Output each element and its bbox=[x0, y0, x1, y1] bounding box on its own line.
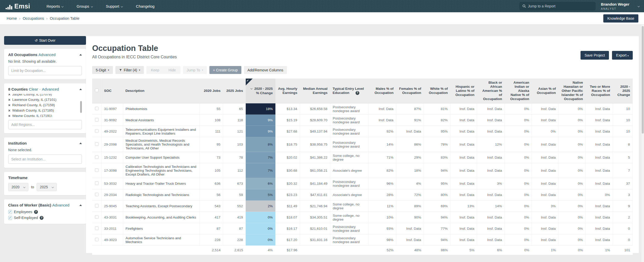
nav-item-support[interactable]: Support bbox=[106, 4, 123, 8]
limit-by-occupation-input[interactable] bbox=[8, 66, 82, 75]
jump-to-dropdown[interactable]: Jump To▾ bbox=[183, 66, 207, 74]
breadcrumb-occupations[interactable]: Occupations bbox=[23, 16, 44, 20]
help-icon[interactable]: ? bbox=[40, 216, 44, 220]
row-checkbox[interactable] bbox=[95, 168, 99, 172]
select-all-checkbox[interactable] bbox=[95, 89, 99, 92]
cell-females: 86% bbox=[396, 137, 424, 152]
cell-jobs2025: 65 bbox=[223, 103, 246, 115]
column-header-education[interactable]: Typical Entry Level Education? bbox=[330, 79, 369, 103]
column-header-asian[interactable]: Asian % of Occupation bbox=[532, 79, 559, 103]
row-checkbox[interactable] bbox=[95, 238, 99, 241]
self-employed-checkbox[interactable]: ✓ bbox=[8, 216, 12, 220]
column-header-males[interactable]: Males % of Occupation bbox=[369, 79, 396, 103]
row-checkbox[interactable] bbox=[95, 155, 99, 159]
page-scrollbar[interactable] bbox=[641, 25, 644, 262]
remove-region-icon[interactable]: × bbox=[8, 98, 10, 102]
regions-advanced-link[interactable]: Advanced bbox=[42, 87, 59, 91]
page: Emsi ReportsGroupsSupportChangelog Brand… bbox=[0, 0, 644, 262]
cell-pct_change: 0% bbox=[246, 234, 275, 246]
region-label: Wayne County, IL (17191) bbox=[12, 114, 52, 117]
emsi-logo[interactable]: Emsi bbox=[6, 3, 30, 9]
column-header-two_more[interactable]: Two or More Races % of Occupation bbox=[586, 79, 613, 103]
collapse-caret-icon[interactable] bbox=[79, 89, 82, 90]
column-header-avg_hourly[interactable]: Avg. Hourly Earnings bbox=[275, 79, 300, 103]
cell-hispanic: Insf. Data bbox=[450, 223, 477, 234]
region-list-scrollbar[interactable] bbox=[80, 101, 82, 113]
row-checkbox[interactable] bbox=[95, 142, 99, 146]
employees-checkbox[interactable]: ✓ bbox=[8, 210, 12, 214]
row-checkbox[interactable] bbox=[95, 118, 99, 122]
remove-region-icon[interactable]: × bbox=[8, 114, 10, 117]
column-header-jobs2025[interactable]: 2025 Jobs bbox=[223, 79, 246, 103]
cell-females: 89% bbox=[396, 201, 424, 212]
page-scrollbar-thumb[interactable] bbox=[642, 26, 644, 134]
cell-males: Insf. Data bbox=[369, 103, 396, 115]
collapse-caret-icon[interactable] bbox=[79, 143, 82, 144]
timeframe-title: Timeframe bbox=[8, 176, 28, 180]
region-list[interactable]: ×Jasper County, IL (17079)×Lawrence Coun… bbox=[8, 94, 82, 117]
export-button[interactable]: Export ▾ bbox=[612, 51, 633, 60]
column-header-females[interactable]: Females % of Occupation bbox=[396, 79, 424, 103]
occupations-advanced-link[interactable]: Advanced bbox=[38, 52, 56, 57]
column-header-soc[interactable]: SOC bbox=[101, 79, 123, 103]
timeframe-start-select[interactable]: 2020 bbox=[8, 183, 28, 191]
cell-males: 92% bbox=[369, 126, 396, 137]
save-project-button[interactable]: Save Project bbox=[581, 51, 609, 60]
table-row: 31-9097Phlebotomists556518%$13.34$26,658… bbox=[92, 103, 633, 115]
cell-soc: 53-3032 bbox=[101, 178, 123, 189]
row-checkbox[interactable] bbox=[95, 181, 99, 185]
filter-dropdown[interactable]: Filter (4)▾ bbox=[115, 66, 144, 74]
cell-desc: Teaching Assistants, Except Postsecondar… bbox=[123, 201, 200, 212]
occupations-filter-card: All Occupations Advanced No limit. Showi… bbox=[4, 49, 86, 79]
row-checkbox[interactable] bbox=[95, 129, 99, 133]
column-header-desc[interactable]: Description bbox=[123, 79, 200, 103]
remove-region-icon[interactable]: × bbox=[8, 103, 10, 107]
row-checkbox[interactable] bbox=[95, 107, 99, 110]
help-icon[interactable]: ? bbox=[34, 210, 38, 214]
column-header-white[interactable]: White % of Occupation bbox=[424, 79, 450, 103]
total-median_annual bbox=[300, 246, 330, 255]
cell-change: 10 bbox=[613, 103, 633, 115]
row-checkbox[interactable] bbox=[95, 215, 99, 219]
table-row: 53-3032Heavy and Tractor-Trailer Truck D… bbox=[92, 178, 633, 189]
column-header-median_annual[interactable]: Median Annual Earnings bbox=[300, 79, 330, 103]
breadcrumb-home[interactable]: Home bbox=[7, 16, 17, 20]
remove-region-icon[interactable]: × bbox=[8, 94, 10, 96]
row-checkbox[interactable] bbox=[95, 226, 99, 230]
add-remove-columns-button[interactable]: Add/Remove Columns bbox=[244, 66, 287, 74]
help-icon[interactable]: ? bbox=[356, 91, 359, 95]
column-header-black[interactable]: Black or African American % of Occupatio… bbox=[477, 79, 505, 103]
column-header-hispanic[interactable]: Hispanic or Latino % of Occupation bbox=[450, 79, 477, 103]
column-header-pct_change[interactable]: 2020 - 2025 % Change bbox=[246, 79, 275, 103]
select-institution-input[interactable] bbox=[8, 155, 82, 164]
column-header-jobs2020[interactable]: 2020 Jobs bbox=[200, 79, 223, 103]
row-checkbox[interactable] bbox=[95, 193, 99, 196]
nav-item-reports[interactable]: Reports bbox=[47, 4, 63, 8]
collapse-caret-icon[interactable] bbox=[79, 204, 82, 206]
remove-region-icon[interactable]: × bbox=[8, 108, 10, 112]
column-header-nat_haw[interactable]: Native Hawaiian or Other Pacific Islande… bbox=[559, 79, 586, 103]
digit-level-dropdown[interactable]: 5-Digit▾ bbox=[92, 66, 113, 74]
report-search[interactable] bbox=[520, 2, 595, 10]
search-input[interactable] bbox=[528, 4, 589, 8]
timeframe-end-select[interactable]: 2025 bbox=[37, 183, 57, 191]
total-pct_change: 4% bbox=[246, 246, 275, 255]
user-menu[interactable]: Brandon Weger ANALYST bbox=[601, 2, 639, 10]
column-header-am_indian[interactable]: American Indian or Alaska Native % of Oc… bbox=[505, 79, 532, 103]
create-group-button[interactable]: + Create Group bbox=[209, 66, 241, 74]
column-header-change[interactable]: 2020 - 2025 Change bbox=[613, 79, 633, 103]
start-over-button[interactable]: ↺Start Over bbox=[4, 36, 86, 45]
collapse-caret-icon[interactable] bbox=[79, 54, 82, 56]
knowledge-base-button[interactable]: Knowledge Base bbox=[603, 14, 638, 23]
keep-button[interactable]: Keep bbox=[146, 68, 164, 72]
regions-clear-link[interactable]: Clear bbox=[29, 87, 38, 91]
nav-item-changelog[interactable]: Changelog bbox=[136, 4, 155, 8]
cell-jobs2020: 108 bbox=[200, 115, 223, 126]
add-regions-input[interactable] bbox=[8, 120, 82, 129]
row-checkbox[interactable] bbox=[95, 204, 99, 208]
hide-button[interactable]: Hide bbox=[164, 68, 180, 72]
cell-median_annual: $49,137.94 bbox=[300, 126, 330, 137]
class-of-worker-advanced-link[interactable]: Advanced bbox=[52, 203, 69, 207]
nav-item-groups[interactable]: Groups bbox=[77, 4, 92, 8]
edit-corner-badge[interactable] bbox=[246, 79, 253, 85]
